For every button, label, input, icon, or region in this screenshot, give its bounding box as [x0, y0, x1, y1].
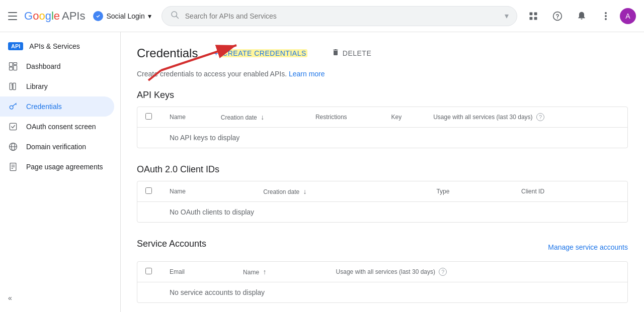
api-keys-select-all-checkbox[interactable]	[145, 113, 152, 120]
oauth-empty-message: No OAuth clients to display	[162, 202, 627, 223]
api-badge: API	[8, 42, 23, 50]
oauth-col-client-id: Client ID	[513, 181, 627, 202]
page-title: Credentials	[137, 46, 198, 60]
svg-point-11	[557, 18, 558, 19]
api-keys-col-key: Key	[383, 107, 425, 128]
topbar-left: G o o g l e APIs Social Login ▾	[8, 9, 155, 23]
svg-rect-9	[534, 17, 537, 20]
svg-rect-6	[530, 12, 533, 15]
logo-g-blue: G	[24, 10, 33, 23]
apps-grid-icon[interactable]	[523, 6, 543, 26]
sidebar-label-dashboard: Dashboard	[26, 62, 61, 70]
svg-rect-17	[10, 67, 13, 70]
svg-rect-25	[10, 123, 16, 130]
page-usage-icon	[8, 162, 18, 172]
library-icon	[8, 81, 18, 91]
sidebar-collapse-button[interactable]: «	[0, 288, 120, 308]
service-accounts-table-container: Email Name ↑ Usage with all services (la…	[137, 261, 628, 303]
sidebar-item-page-usage[interactable]: Page usage agreements	[0, 157, 114, 177]
oauth-table: Name Creation date ↓ Type Client ID No O…	[137, 181, 627, 222]
menu-icon[interactable]	[8, 10, 20, 22]
svg-point-22	[10, 106, 13, 109]
oauth-header-row: Name Creation date ↓ Type Client ID	[137, 181, 627, 202]
sa-usage-help-icon[interactable]: ?	[439, 268, 447, 276]
sidebar-item-credentials[interactable]: Credentials	[0, 96, 114, 117]
api-keys-table-container: Name Creation date ↓ Restrictions Key Us…	[137, 107, 628, 148]
sidebar-label-oauth: OAuth consent screen	[26, 123, 96, 131]
logo-e-red: e	[54, 10, 60, 23]
sidebar-label-page-usage: Page usage agreements	[26, 163, 103, 171]
main-content: Credentials + CREATE CREDENTIALS DELETE …	[121, 32, 644, 312]
sa-col-usage: Usage with all services (last 30 days) ?	[328, 262, 627, 282]
api-keys-table: Name Creation date ↓ Restrictions Key Us…	[137, 107, 627, 148]
help-icon[interactable]	[547, 6, 568, 26]
notifications-icon[interactable]	[572, 6, 592, 26]
main-layout: API APIs & Services Dashboard	[0, 32, 644, 312]
plus-icon: +	[214, 49, 218, 57]
oauth-table-container: Name Creation date ↓ Type Client ID No O…	[137, 181, 628, 223]
service-accounts-table: Email Name ↑ Usage with all services (la…	[137, 262, 627, 302]
sidebar-item-dashboard[interactable]: Dashboard	[0, 56, 114, 76]
learn-more-link[interactable]: Learn more	[289, 70, 325, 78]
avatar[interactable]: A	[620, 8, 636, 24]
oauth-col-name: Name	[162, 181, 255, 202]
sa-empty-message: No service accounts to display	[162, 282, 627, 303]
create-credentials-button[interactable]: + CREATE CREDENTIALS	[206, 45, 315, 61]
sidebar-item-oauth[interactable]: OAuth consent screen	[0, 117, 114, 137]
api-keys-title: API Keys	[137, 90, 628, 100]
sidebar-label-domain: Domain verification	[26, 143, 86, 151]
oauth-col-creation-date[interactable]: Creation date ↓	[255, 181, 428, 202]
sidebar: API APIs & Services Dashboard	[0, 32, 121, 312]
dashboard-icon	[8, 61, 18, 71]
sidebar-label-credentials: Credentials	[26, 102, 62, 111]
api-keys-section: API Keys Name Creation date ↓ Restricti	[137, 90, 628, 148]
svg-rect-15	[10, 63, 13, 67]
api-keys-usage-help-icon[interactable]: ?	[536, 113, 544, 121]
api-keys-col-creation-date[interactable]: Creation date ↓	[213, 107, 307, 128]
topbar: G o o g l e APIs Social Login ▾	[0, 0, 644, 32]
logo-o-red: o	[33, 10, 39, 23]
api-keys-col-name: Name	[162, 107, 213, 128]
service-accounts-title: Service Accounts	[137, 239, 206, 249]
svg-rect-8	[530, 17, 533, 20]
manage-service-accounts-link[interactable]: Manage service accounts	[548, 243, 628, 251]
project-name: Social Login	[106, 12, 144, 20]
oauth-col-type: Type	[428, 181, 513, 202]
service-accounts-header-row: Service Accounts Manage service accounts	[137, 239, 628, 255]
more-options-icon[interactable]	[596, 6, 616, 26]
topbar-right: A	[523, 6, 636, 26]
domain-icon	[8, 142, 18, 152]
api-keys-header-row: Name Creation date ↓ Restrictions Key Us…	[137, 107, 627, 128]
sidebar-item-library[interactable]: Library	[0, 76, 114, 96]
project-icon	[93, 11, 103, 21]
svg-point-12	[605, 12, 607, 14]
google-logo[interactable]: G o o g l e APIs	[24, 10, 85, 23]
delete-button[interactable]: DELETE	[324, 44, 379, 62]
svg-rect-19	[10, 83, 12, 89]
collapse-icon: «	[8, 294, 12, 302]
sa-col-email: Email	[162, 262, 235, 282]
search-icon	[170, 10, 179, 22]
oauth-title: OAuth 2.0 Client IDs	[137, 164, 628, 175]
delete-label: DELETE	[343, 49, 371, 57]
svg-point-10	[553, 12, 562, 20]
delete-icon	[332, 48, 340, 58]
sa-col-name[interactable]: Name ↑	[235, 262, 328, 282]
sa-select-all-checkbox[interactable]	[145, 268, 152, 274]
oauth-select-all-checkbox[interactable]	[145, 187, 152, 194]
oauth-icon	[8, 122, 18, 132]
search-bar[interactable]: ▾	[162, 6, 517, 26]
oauth-empty-row: No OAuth clients to display	[137, 202, 627, 223]
search-input[interactable]	[185, 12, 499, 20]
sidebar-header: API APIs & Services	[0, 36, 120, 56]
project-selector[interactable]: Social Login ▾	[89, 9, 155, 23]
svg-line-5	[176, 16, 178, 18]
svg-point-14	[605, 18, 607, 20]
sidebar-item-domain[interactable]: Domain verification	[0, 137, 114, 157]
oauth-select-all-col	[137, 181, 162, 202]
oauth-section: OAuth 2.0 Client IDs Name Creation date …	[137, 164, 628, 223]
sidebar-label-library: Library	[26, 82, 48, 90]
page-subtitle: Create credentials to access your enable…	[137, 70, 628, 78]
api-keys-empty-row: No API keys to display	[137, 128, 627, 148]
search-dropdown-icon[interactable]: ▾	[505, 11, 509, 21]
